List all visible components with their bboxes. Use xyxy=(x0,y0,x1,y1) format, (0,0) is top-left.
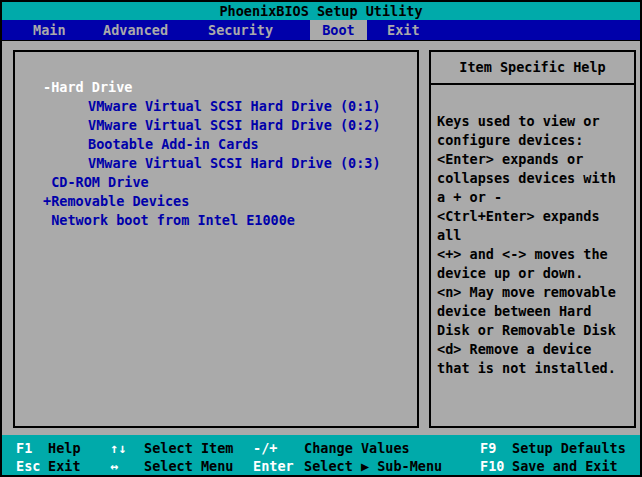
help-line: <Enter> expands or xyxy=(437,150,632,169)
help-line: all xyxy=(437,226,632,245)
app-title: PhoenixBIOS Setup Utility xyxy=(219,3,422,19)
tab-security[interactable]: Security xyxy=(208,20,273,40)
tab-main[interactable]: Main xyxy=(33,20,66,40)
tab-boot[interactable]: Boot xyxy=(310,20,367,40)
key-leftright-arrows: ↔ xyxy=(110,457,118,476)
key-minus-plus: -/+ xyxy=(253,439,277,458)
help-panel-body: Keys used to view or configure devices: … xyxy=(431,85,634,378)
tab-exit[interactable]: Exit xyxy=(387,20,420,40)
key-f1: F1 xyxy=(16,439,32,458)
action-save-and-exit: Save and Exit xyxy=(512,457,618,476)
menu-bar: Main Advanced Security Boot Exit xyxy=(2,20,640,41)
boot-item-cdrom-drive[interactable]: CD-ROM Drive xyxy=(15,173,417,192)
help-line: Disk or Removable Disk xyxy=(437,321,632,340)
boot-item-vmware-scsi-0-2[interactable]: VMware Virtual SCSI Hard Drive (0:2) xyxy=(15,116,417,135)
action-select-submenu: Select ▶ Sub-Menu xyxy=(304,457,442,476)
key-legend-bar: F1 Help ↑↓ Select Item -/+ Change Values… xyxy=(2,435,640,475)
key-f9: F9 xyxy=(480,439,496,458)
key-esc: Esc xyxy=(16,457,40,476)
help-panel: Item Specific Help Keys used to view or … xyxy=(429,50,636,428)
help-line: a + or - xyxy=(437,188,632,207)
tab-advanced[interactable]: Advanced xyxy=(103,20,168,40)
key-updown-arrows: ↑↓ xyxy=(110,439,126,458)
boot-item-bootable-addin-cards[interactable]: Bootable Add-in Cards xyxy=(15,135,417,154)
action-help: Help xyxy=(48,439,81,458)
action-select-item: Select Item xyxy=(144,439,233,458)
boot-device-list-box: -Hard Drive VMware Virtual SCSI Hard Dri… xyxy=(13,50,419,428)
action-exit: Exit xyxy=(48,457,81,476)
help-line: configure devices: xyxy=(437,131,632,150)
bios-setup-screen: PhoenixBIOS Setup Utility Main Advanced … xyxy=(0,0,642,477)
title-bar: PhoenixBIOS Setup Utility xyxy=(2,2,640,20)
action-select-menu: Select Menu xyxy=(144,457,233,476)
boot-item-hard-drive[interactable]: -Hard Drive xyxy=(15,78,417,97)
help-line: Keys used to view or xyxy=(437,112,632,131)
boot-item-network-boot[interactable]: Network boot from Intel E1000e xyxy=(15,211,417,230)
key-enter: Enter xyxy=(253,457,294,476)
help-line: <Ctrl+Enter> expands xyxy=(437,207,632,226)
help-line: <+> and <-> moves the xyxy=(437,245,632,264)
help-panel-title: Item Specific Help xyxy=(431,52,634,85)
help-line: <n> May move removable xyxy=(437,283,632,302)
boot-device-list: -Hard Drive VMware Virtual SCSI Hard Dri… xyxy=(15,78,417,230)
boot-item-removable-devices[interactable]: +Removable Devices xyxy=(15,192,417,211)
action-change-values: Change Values xyxy=(304,439,410,458)
help-line: device between Hard xyxy=(437,302,632,321)
help-line: device up or down. xyxy=(437,264,632,283)
help-line: <d> Remove a device xyxy=(437,340,632,359)
help-line: collapses devices with xyxy=(437,169,632,188)
action-setup-defaults: Setup Defaults xyxy=(512,439,626,458)
boot-item-vmware-scsi-0-3[interactable]: VMware Virtual SCSI Hard Drive (0:3) xyxy=(15,154,417,173)
boot-item-vmware-scsi-0-1[interactable]: VMware Virtual SCSI Hard Drive (0:1) xyxy=(15,97,417,116)
help-line: that is not installed. xyxy=(437,359,632,378)
key-f10: F10 xyxy=(480,457,504,476)
